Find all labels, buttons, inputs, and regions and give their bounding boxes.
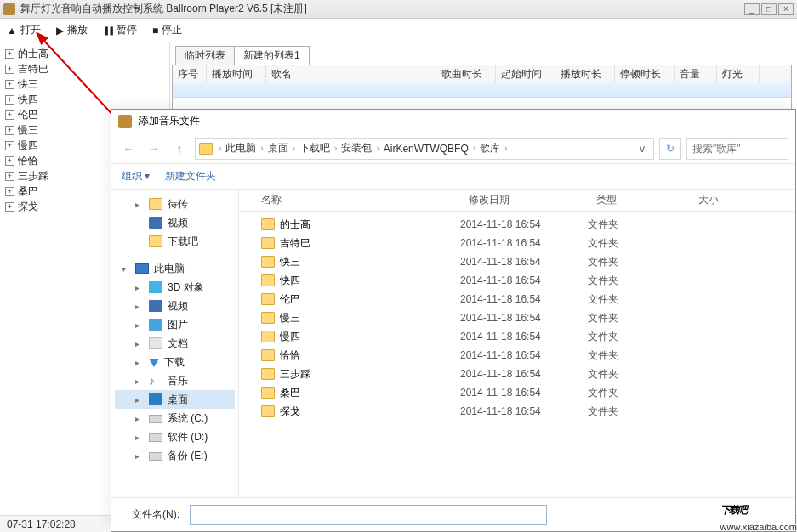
organize-button[interactable]: 组织 ▾: [122, 169, 150, 184]
nav-tree-item[interactable]: ▸待传: [115, 195, 235, 213]
stop-button[interactable]: ■ 停止: [152, 23, 182, 37]
nav-tree-label: 视频: [168, 299, 188, 314]
breadcrumb-item[interactable]: 歌库: [480, 141, 500, 156]
pause-button[interactable]: ❚❚ 暂停: [103, 23, 137, 37]
dropdown-icon[interactable]: v: [635, 143, 650, 155]
close-button[interactable]: ×: [778, 3, 794, 15]
file-name: 快四: [280, 274, 300, 288]
folder-icon: [261, 387, 275, 399]
file-date: 2014-11-18 16:54: [460, 237, 588, 249]
file-row[interactable]: 的士高2014-11-18 16:54文件夹: [239, 215, 795, 234]
back-button[interactable]: ←: [118, 139, 139, 159]
playlist-col[interactable]: 停顿时长: [615, 65, 675, 82]
breadcrumb-item[interactable]: 桌面: [268, 141, 288, 156]
expand-icon[interactable]: +: [5, 126, 14, 135]
playlist-col[interactable]: 序号: [173, 65, 207, 82]
col-date[interactable]: 修改日期: [460, 193, 588, 207]
chevron-right-icon: ›: [373, 144, 381, 153]
playlist-col[interactable]: 音量: [675, 65, 717, 82]
app-titlebar: 舞厅灯光音响自动播放控制系统 Ballroom Player2 V6.5 [未注…: [0, 0, 797, 19]
file-name: 慢三: [280, 311, 300, 325]
new-folder-button[interactable]: 新建文件夹: [165, 169, 216, 184]
dialog-title: 添加音乐文件: [139, 114, 200, 128]
file-row[interactable]: 快四2014-11-18 16:54文件夹: [239, 271, 795, 290]
file-date: 2014-11-18 16:54: [460, 405, 588, 417]
tree-item[interactable]: +吉特巴: [5, 61, 164, 76]
expand-icon[interactable]: +: [5, 202, 14, 212]
nav-tree-item[interactable]: ▸下载: [115, 353, 235, 371]
expand-icon[interactable]: +: [5, 65, 14, 74]
file-row[interactable]: 伦巴2014-11-18 16:54文件夹: [239, 290, 795, 308]
nav-tree-label: 待传: [168, 197, 188, 212]
folder-icon: [261, 274, 275, 286]
nav-tree-item[interactable]: 下载吧: [115, 232, 235, 251]
play-button[interactable]: ▶ 播放: [56, 23, 88, 37]
breadcrumb-item[interactable]: AirKenWTWQBFQ: [384, 143, 469, 155]
maximize-button[interactable]: □: [761, 3, 777, 15]
file-row[interactable]: 吉特巴2014-11-18 16:54文件夹: [239, 234, 795, 252]
expand-icon[interactable]: +: [5, 95, 14, 105]
playlist-col[interactable]: 歌曲时长: [436, 65, 496, 82]
nav-tree-item[interactable]: ▾此电脑: [115, 259, 235, 278]
nav-tree-item[interactable]: 视频: [115, 213, 235, 232]
caret-icon: ▸: [135, 376, 144, 386]
playlist-col[interactable]: 起始时间: [496, 65, 555, 82]
file-type: 文件夹: [588, 274, 690, 288]
playlist-selected-row[interactable]: [173, 82, 791, 98]
nav-tree-item[interactable]: ▸桌面: [115, 390, 235, 409]
file-row[interactable]: 快三2014-11-18 16:54文件夹: [239, 252, 795, 271]
minimize-button[interactable]: _: [744, 3, 760, 15]
playlist-tab[interactable]: 临时列表: [175, 46, 235, 65]
playlist-col[interactable]: 灯光: [717, 65, 760, 82]
nav-tree-item[interactable]: ▸文档: [115, 334, 235, 353]
open-button[interactable]: ▲ 打开: [7, 23, 41, 37]
filename-input[interactable]: [190, 505, 547, 525]
nav-tree-item[interactable]: ▸♪音乐: [115, 371, 235, 390]
expand-icon[interactable]: +: [5, 110, 14, 120]
caret-icon: ▸: [135, 358, 144, 367]
tree-item[interactable]: +的士高: [5, 46, 164, 61]
status-datetime: 07-31 17:02:28: [7, 518, 76, 530]
caret-icon: ▸: [135, 395, 144, 405]
search-input[interactable]: [692, 143, 769, 155]
up-button[interactable]: ↑: [169, 139, 190, 159]
nav-tree-item[interactable]: ▸系统 (C:): [115, 409, 235, 427]
tree-label: 恰恰: [18, 154, 38, 168]
tree-item[interactable]: +快三: [5, 76, 164, 92]
file-row[interactable]: 探戈2014-11-18 16:54文件夹: [239, 402, 795, 421]
file-row[interactable]: 三步踩2014-11-18 16:54文件夹: [239, 365, 795, 383]
breadcrumbs[interactable]: ›此电脑›桌面›下载吧›安装包›AirKenWTWQBFQ›歌库›v: [195, 138, 654, 160]
expand-icon[interactable]: +: [5, 141, 14, 150]
col-type[interactable]: 类型: [588, 193, 690, 207]
forward-button[interactable]: →: [144, 139, 164, 159]
col-size[interactable]: 大小: [690, 193, 727, 207]
col-name[interactable]: 名称: [239, 193, 460, 207]
file-row[interactable]: 慢四2014-11-18 16:54文件夹: [239, 327, 795, 346]
file-row[interactable]: 桑巴2014-11-18 16:54文件夹: [239, 383, 795, 402]
ic-folder-icon: [149, 198, 162, 210]
nav-tree-item[interactable]: ▸视频: [115, 297, 235, 315]
breadcrumb-item[interactable]: 此电脑: [225, 141, 256, 156]
nav-tree-item[interactable]: ▸3D 对象: [115, 278, 235, 297]
search-box[interactable]: [686, 138, 788, 160]
playlist-tab[interactable]: 新建的列表1: [234, 46, 310, 65]
expand-icon[interactable]: +: [5, 49, 14, 59]
nav-tree-item[interactable]: ▸软件 (D:): [115, 427, 235, 446]
breadcrumb-item[interactable]: 安装包: [341, 141, 372, 156]
nav-tree-item[interactable]: ▸备份 (E:): [115, 446, 235, 465]
file-row[interactable]: 恰恰2014-11-18 16:54文件夹: [239, 346, 795, 365]
expand-icon[interactable]: +: [5, 80, 14, 89]
breadcrumb-item[interactable]: 下载吧: [299, 141, 330, 156]
playlist-col[interactable]: 播放时间: [207, 65, 266, 82]
expand-icon[interactable]: +: [5, 172, 14, 181]
playlist-col[interactable]: 播放时长: [555, 65, 615, 82]
chevron-right-icon: ›: [258, 144, 265, 153]
nav-tree-item[interactable]: ▸图片: [115, 315, 235, 334]
expand-icon[interactable]: +: [5, 156, 14, 166]
tree-item[interactable]: +快四: [5, 92, 164, 107]
refresh-button[interactable]: ↻: [659, 138, 681, 160]
playlist-col[interactable]: 歌名: [266, 65, 436, 82]
expand-icon[interactable]: +: [5, 187, 14, 196]
file-row[interactable]: 慢三2014-11-18 16:54文件夹: [239, 308, 795, 327]
watermark: 下载吧 www.xiazaiba.com: [720, 481, 797, 532]
